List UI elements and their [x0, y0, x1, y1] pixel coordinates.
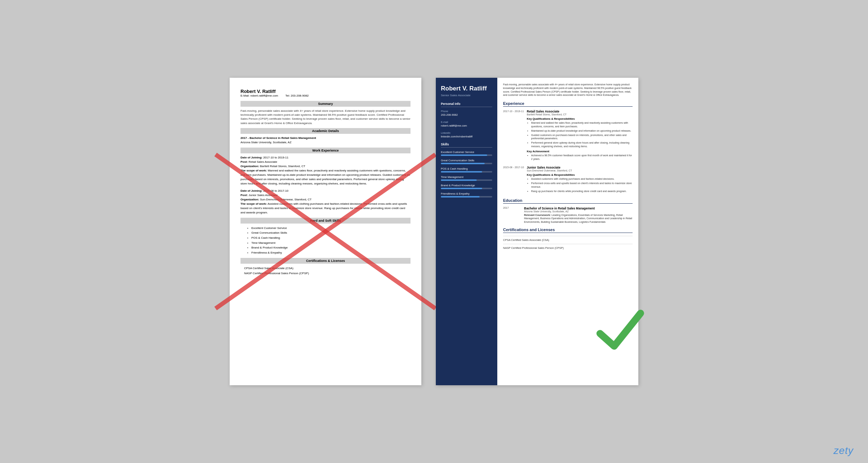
email-block: E-mail robert.ratliff@me.com: [441, 121, 492, 127]
job2-bullets: Assisted customers with clothing purchas…: [527, 177, 633, 193]
exp-job-2: 2015-08 - 2017-10 Junior Sales Associate…: [503, 166, 633, 194]
left-skills-list: Excellent Customer Service Great Communi…: [241, 226, 410, 255]
edu-entry-1: 2017 Bachelor of Science in Retail Sales…: [503, 207, 633, 224]
list-item: POS & Cash Handling: [251, 235, 410, 241]
divider-2: [503, 244, 633, 244]
coursework: Relevant Coursework: Leading Organizatio…: [524, 213, 633, 224]
left-name-block: Robert V. Ratliff E-Mail: robert.ratliff…: [241, 89, 410, 97]
skill-5: Brand & Product Knowledge: [441, 184, 492, 189]
left-contact: E-Mail: robert.ratliff@me.com Tel: 203-2…: [241, 94, 410, 97]
resume-left: Robert V. Ratliff E-Mail: robert.ratliff…: [230, 78, 421, 385]
left-summary-header: Summary: [241, 101, 410, 107]
left-certs-header: Certifications & Licenses: [241, 258, 410, 264]
zety-watermark: zety: [834, 445, 854, 456]
certs-title: Certifications and Licenses: [503, 228, 633, 233]
exp-job-1: 2017-10 - 2019-11 Retail Sales Associate…: [503, 110, 633, 162]
left-job-1: Date of Joining: 2017-10 to 2019-11 Post…: [241, 156, 410, 186]
linkedin-block: LinkedIn linkedin.com/in/robertratliff: [441, 132, 492, 138]
skill-4: Time Management: [441, 175, 492, 181]
right-summary: Fast-moving, personable sales associate …: [503, 83, 633, 97]
education-title: Education: [503, 198, 633, 204]
main-container: Robert V. Ratliff E-Mail: robert.ratliff…: [208, 67, 660, 396]
phone-block: Phone 203-208-9082: [441, 110, 492, 116]
list-item: Great Communication Skills: [251, 230, 410, 235]
right-name: Robert V. Ratliff: [441, 85, 492, 92]
resume-right: Robert V. Ratliff Senior Sales Associate…: [436, 78, 638, 385]
left-academic-header: Academic Details: [241, 128, 410, 134]
left-work-header: Work Experience: [241, 148, 410, 153]
divider-1: [503, 236, 633, 236]
exp-detail-1: Retail Sales Associate Bartlett Retail S…: [527, 110, 633, 162]
left-email-label: E-Mail: robert.ratliff@me.com: [241, 94, 278, 97]
skill-6: Friendliness & Empathy: [441, 192, 492, 197]
list-item: Performed cross-sells and upsells based …: [531, 182, 633, 189]
right-cert-2: NASP Certified Professional Sales Person…: [503, 246, 633, 250]
list-item: Achieved a 98.5% customer feedback score…: [531, 154, 633, 161]
left-cert-1: CPSA Certified Sales Associate (CSA): [241, 266, 410, 271]
edu-detail: Bachelor of Science in Retail Sales Mana…: [524, 207, 633, 224]
list-item: Friendliness & Empathy: [251, 250, 410, 255]
right-title: Senior Sales Associate: [441, 94, 492, 97]
left-job-2: Date of Joining: 2015-08 to 2017-10 Post…: [241, 189, 410, 215]
left-education: 2017 - Bachelor of Science in Retail Sal…: [241, 136, 410, 145]
left-cert-2: NASP Certified Professional Sales Person…: [241, 271, 410, 276]
list-item: Assisted customers with clothing purchas…: [531, 177, 633, 181]
left-tel: Tel: 203-208-9082: [285, 94, 309, 97]
list-item: Manned and walked the sales floor, proac…: [531, 121, 633, 128]
right-sidebar: Robert V. Ratliff Senior Sales Associate…: [436, 78, 497, 385]
job1-achievement: Achieved a 98.5% customer feedback score…: [527, 154, 633, 161]
skill-3: POS & Cash Handling: [441, 167, 492, 173]
experience-title: Experience: [503, 101, 633, 107]
list-item: Guided customers on purchases based on i…: [531, 133, 633, 141]
left-summary-text: Fast-moving, personable sales associate …: [241, 109, 410, 125]
list-item: Maintained up-to-date product knowledge …: [531, 129, 633, 133]
list-item: Time Management: [251, 241, 410, 246]
personal-info-title: Personal Info: [441, 102, 492, 107]
list-item: Brand & Product Knowledge: [251, 245, 410, 250]
job1-bullets: Manned and walked the sales floor, proac…: [527, 121, 633, 148]
right-cert-1: CPSA Certified Sales Associate (CSA): [503, 238, 633, 242]
skills-section-title: Skills: [441, 143, 492, 148]
left-name: Robert V. Ratliff: [241, 89, 410, 94]
right-main: Fast-moving, personable sales associate …: [497, 78, 638, 385]
exp-detail-2: Junior Sales Associate Sun-Drenched Oute…: [527, 166, 633, 194]
list-item: Excellent Customer Service: [251, 226, 410, 231]
list-item: Rang up purchases for clients while prom…: [531, 190, 633, 193]
left-skills-header: Hard and Soft Skills: [241, 218, 410, 224]
list-item: Performed general store upkeep during st…: [531, 141, 633, 148]
skill-1: Excellent Customer Service: [441, 150, 492, 156]
skill-2: Great Communication Skills: [441, 159, 492, 164]
